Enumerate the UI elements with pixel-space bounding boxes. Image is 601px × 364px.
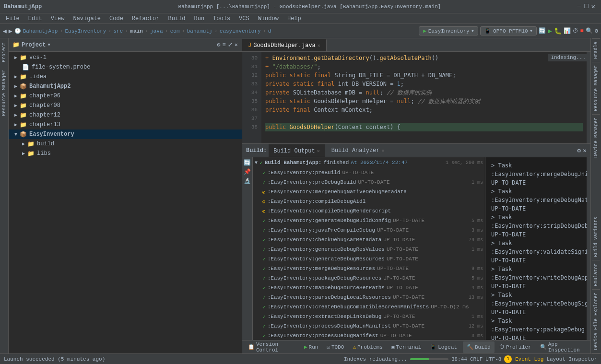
run-with-coverage-btn[interactable]: 📊 [564, 27, 571, 35]
build-item-6[interactable]: ✓ :EasyInventory:javaPreCompileDebug UP-… [253, 225, 485, 235]
build-item-2[interactable]: ⊘ :EasyInventory:mergeDebugNativeDebugMe… [253, 187, 485, 197]
menu-item-run[interactable]: Run [190, 14, 208, 23]
tree-item-easyinventory[interactable]: ▼ 📦 EasyInventory [9, 129, 242, 139]
tree-item-probe[interactable]: 📄 file-system.probe [9, 62, 242, 72]
project-hide-btn[interactable]: ✕ [235, 41, 238, 48]
menu-item-tools[interactable]: Tools [209, 14, 234, 23]
menu-item-navigate[interactable]: Navigate [69, 14, 105, 23]
tree-item-libs[interactable]: ▶ 📁 libs [9, 149, 242, 158]
build-analyzer-tab-close[interactable]: ✕ [382, 148, 385, 153]
tree-item-ch13[interactable]: ▶ 📁 chapter13 [9, 120, 242, 129]
build-item-8[interactable]: ✓ :EasyInventory:generateDebugResValues … [253, 245, 485, 254]
gradle-label[interactable]: Gradle [592, 38, 600, 62]
project-expand-btn[interactable]: ⤢ [228, 41, 233, 48]
menu-item-vcs[interactable]: VCS [235, 14, 253, 23]
build-item-14[interactable]: ✓ :EasyInventory:createDebugCompatibleSc… [253, 302, 485, 312]
event-log-badge[interactable]: 1 Event Log [504, 355, 543, 363]
layout-inspector-label[interactable]: Layout Inspector [546, 356, 597, 362]
settings-btn[interactable]: ⚙ [595, 27, 598, 35]
close-btn[interactable]: ✕ [591, 2, 595, 11]
menu-item-code[interactable]: Code [106, 14, 127, 23]
stop-btn[interactable]: ■ [580, 28, 584, 35]
bottom-run-tab[interactable]: ▶ Run [300, 341, 322, 353]
breadcrumb-item-3[interactable]: main [130, 28, 143, 34]
build-output-tab-close[interactable]: ✕ [317, 148, 320, 154]
back-btn[interactable]: ◀ [3, 27, 7, 35]
build-item-5[interactable]: ✓ :EasyInventory:generateDebugBuildConfi… [253, 216, 485, 225]
menu-item-edit[interactable]: Edit [24, 14, 46, 23]
project-sort-btn[interactable]: ≡ [223, 42, 226, 48]
breadcrumb-item-7[interactable]: easyinventory [220, 28, 261, 34]
build-item-16[interactable]: ✓ :EasyInventory:processDebugMainManifes… [253, 321, 485, 331]
status-encoding[interactable]: UTF-8 [485, 356, 501, 362]
bottom-todo-tab[interactable]: ☑ TODO [323, 341, 348, 353]
tree-item-build[interactable]: ▶ 📁 build [9, 139, 242, 149]
build-item-4[interactable]: ⊘ :EasyInventory:compileDebugRenderscrip… [253, 206, 485, 216]
build-root-item[interactable]: ▼ ✓ Build BahamutjApp: finished At 2023/… [253, 157, 485, 168]
profile-btn[interactable]: ⏱ [573, 27, 578, 35]
menu-item-window[interactable]: Window [254, 14, 283, 23]
maximize-btn[interactable]: □ [584, 2, 588, 11]
bottom-problems-tab[interactable]: ⚠ Problems [349, 341, 386, 353]
device-file-explorer-label[interactable]: Device File Explorer [592, 290, 600, 353]
emulator-label[interactable]: Emulator [592, 260, 600, 290]
breadcrumb-item-8[interactable]: d [268, 28, 271, 34]
build-icon-scope[interactable]: 🔬 [244, 177, 251, 185]
bottom-appinspection-tab[interactable]: 🔍 App Inspection [536, 341, 589, 353]
build-item-0[interactable]: ✓ :EasyInventory:preBuild UP-TO-DATE [253, 168, 485, 177]
recent-files-btn[interactable]: 🕐 [14, 28, 21, 34]
editor-scrollbar[interactable] [587, 52, 590, 143]
tree-item-idea[interactable]: ▶ 📁 .idea [9, 72, 242, 82]
editor-tab-goodsdb[interactable]: J GoodsDbHelper.java ✕ [242, 39, 327, 51]
breadcrumb-item-4[interactable]: java [150, 28, 163, 34]
run-btn[interactable]: ▶ [548, 27, 552, 35]
build-item-15[interactable]: ✓ :EasyInventory:extractDeepLinksDebug U… [253, 312, 485, 321]
menu-item-file[interactable]: File [2, 14, 24, 23]
debug-btn[interactable]: 🐛 [554, 27, 562, 35]
breadcrumb-item-0[interactable]: BahamutjApp [23, 28, 58, 34]
breadcrumb-item-1[interactable]: EasyInventory [65, 28, 106, 34]
project-label[interactable]: Project [0, 38, 8, 66]
build-icon-restart[interactable]: 🔄 [244, 159, 251, 166]
build-variants-label[interactable]: Build Variants [592, 214, 600, 260]
tree-item-bahamutj2[interactable]: ▶ 📦 BahamutjApp2 [9, 82, 242, 91]
bottom-vcs-tab[interactable]: 📋 Version Control [244, 341, 299, 353]
sync-btn[interactable]: 🔄 [539, 27, 546, 35]
menu-item-help[interactable]: Help [283, 14, 305, 23]
build-item-9[interactable]: ✓ :EasyInventory:generateDebugResources … [253, 254, 485, 264]
build-item-1[interactable]: ✓ :EasyInventory:preDebugBuild UP-TO-DAT… [253, 177, 485, 187]
build-item-13[interactable]: ✓ :EasyInventory:parseDebugLocalResource… [253, 293, 485, 302]
forward-btn[interactable]: ▶ [9, 27, 12, 35]
build-output-scrollbar[interactable] [587, 157, 590, 340]
build-item-10[interactable]: ✓ :EasyInventory:mergeDebugResources UP-… [253, 264, 485, 273]
project-cog-btn[interactable]: ⚙ [217, 41, 220, 48]
code-content[interactable]: + Environment.getDataDirectory().getAbso… [261, 52, 587, 143]
resource-manager-right-label[interactable]: Resource Manager [592, 62, 600, 114]
build-panel-settings-btn[interactable]: ⚙ [577, 147, 581, 154]
build-item-17[interactable]: ✓ :EasyInventory:processDebugManifest UP… [253, 331, 485, 340]
minimize-btn[interactable]: ─ [577, 2, 581, 11]
build-output-tab[interactable]: Build Output ✕ [269, 144, 324, 157]
device-manager-label[interactable]: Device Manager [592, 114, 600, 161]
resource-manager-label[interactable]: Resource Manager [0, 66, 8, 120]
build-icon-pin[interactable]: 📌 [244, 168, 251, 176]
bottom-logcat-tab[interactable]: 📱 Logcat [426, 341, 461, 353]
tab-close-btn[interactable]: ✕ [318, 43, 320, 48]
tree-item-ch06[interactable]: ▶ 📁 chapter06 [9, 91, 242, 101]
menu-item-view[interactable]: View [47, 14, 69, 23]
build-item-12[interactable]: ✓ :EasyInventory:mapDebugSourceSetPaths … [253, 283, 485, 293]
bottom-build-tab[interactable]: 🔨 Build [463, 341, 495, 353]
breadcrumb-item-2[interactable]: src [114, 28, 123, 34]
tree-item-ch12[interactable]: ▶ 📁 chapter12 [9, 110, 242, 120]
build-analyzer-tab[interactable]: Build Analyzer ✕ [327, 144, 389, 157]
menu-item-refactor[interactable]: Refactor [128, 14, 164, 23]
bottom-terminal-tab[interactable]: ▣ Terminal [388, 341, 425, 353]
project-dropdown-arrow[interactable]: ▼ [47, 43, 50, 47]
device-dropdown[interactable]: 📱 OPPO PFTM10 ▼ [480, 26, 537, 35]
breadcrumb-item-6[interactable]: bahamutj [187, 28, 212, 34]
build-item-11[interactable]: ✓ :EasyInventory:packageDebugResources U… [253, 273, 485, 283]
breadcrumb-item-5[interactable]: com [170, 28, 180, 34]
bottom-profiler-tab[interactable]: ⏱ Profiler [495, 341, 535, 353]
build-item-3[interactable]: ⊘ :EasyInventory:compileDebugAidl [253, 197, 485, 206]
tree-item-ch08[interactable]: ▶ 📁 chapter08 [9, 101, 242, 110]
